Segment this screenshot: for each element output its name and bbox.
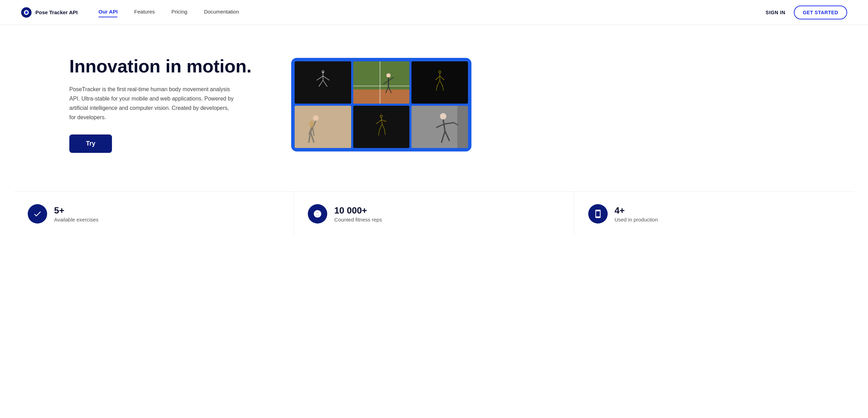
stat-reps-number: 10 000+	[334, 205, 382, 216]
stat-production-number: 4+	[615, 205, 658, 216]
nav-pricing[interactable]: Pricing	[172, 9, 188, 16]
navbar: Pose Tracker API Our API Features Pricin…	[0, 0, 868, 25]
svg-rect-11	[353, 89, 410, 104]
svg-line-41	[381, 117, 382, 124]
hero-content: Innovation in motion. PoseTracker is the…	[69, 56, 263, 153]
stat-exercises-number: 5+	[54, 205, 98, 216]
svg-line-42	[377, 120, 382, 123]
grid-cell-6	[411, 106, 468, 148]
stat-exercises-text: 5+ Available exercises	[54, 205, 98, 223]
svg-line-5	[319, 80, 323, 87]
stat-production-text: 4+ Used in production	[615, 205, 658, 223]
svg-line-46	[379, 130, 380, 136]
grid-cell-1	[295, 61, 351, 104]
svg-line-23	[440, 76, 444, 80]
svg-point-52	[440, 113, 446, 119]
logo[interactable]: Pose Tracker API	[21, 7, 78, 18]
svg-line-22	[436, 76, 440, 80]
stat-exercises: 5+ Available exercises	[14, 192, 294, 236]
hero-title: Innovation in motion.	[69, 56, 263, 76]
svg-point-40	[380, 115, 382, 117]
svg-point-28	[435, 79, 436, 80]
stats-bar: 5+ Available exercises 10 000+ Counted f…	[14, 191, 854, 236]
svg-line-7	[316, 76, 323, 80]
sign-in-button[interactable]: SIGN IN	[766, 10, 785, 15]
try-button[interactable]: Try	[69, 134, 112, 153]
grid-cell-4	[295, 106, 351, 148]
rocket-icon-circle	[308, 204, 327, 224]
grid-cell-5	[353, 106, 410, 148]
svg-rect-51	[457, 106, 468, 148]
svg-point-2	[25, 11, 28, 14]
svg-point-29	[443, 79, 444, 80]
phone-icon-circle	[588, 204, 608, 224]
svg-line-24	[437, 81, 440, 86]
svg-point-14	[386, 73, 390, 78]
svg-point-20	[439, 71, 441, 73]
hero-section: Innovation in motion. PoseTracker is the…	[0, 25, 868, 191]
check-icon	[33, 209, 42, 218]
nav-our-api[interactable]: Our API	[98, 9, 118, 16]
svg-point-3	[24, 12, 25, 13]
svg-line-44	[380, 124, 382, 130]
check-icon-circle	[28, 204, 47, 224]
nav-actions: SIGN IN GET STARTED	[766, 6, 847, 19]
svg-point-33	[313, 115, 319, 121]
svg-line-27	[442, 86, 443, 90]
phone-icon	[593, 209, 602, 218]
svg-rect-12	[380, 61, 380, 104]
svg-point-39	[310, 121, 314, 128]
svg-line-8	[323, 76, 329, 80]
svg-line-43	[382, 120, 386, 121]
svg-point-31	[442, 86, 443, 86]
nav-features[interactable]: Features	[134, 9, 155, 16]
get-started-button[interactable]: GET STARTED	[794, 6, 847, 19]
stat-reps: 10 000+ Counted fitness reps	[294, 192, 574, 236]
svg-rect-32	[295, 106, 351, 148]
svg-point-49	[385, 121, 386, 122]
nav-links: Our API Features Pricing Documentation	[98, 9, 766, 16]
svg-point-48	[376, 123, 377, 124]
stat-exercises-label: Available exercises	[54, 217, 98, 223]
stat-reps-text: 10 000+ Counted fitness reps	[334, 205, 382, 223]
rocket-icon	[313, 209, 322, 218]
nav-documentation[interactable]: Documentation	[204, 9, 239, 16]
svg-line-26	[436, 86, 437, 90]
grid-container	[291, 58, 471, 151]
svg-line-45	[382, 124, 385, 130]
hero-description: PoseTracker is the first real-time human…	[69, 85, 236, 122]
grid-cell-2	[353, 61, 410, 104]
hero-image-grid	[291, 58, 471, 151]
svg-point-30	[437, 86, 437, 86]
logo-text: Pose Tracker API	[35, 9, 78, 15]
grid-cell-3	[411, 61, 468, 104]
stat-reps-label: Counted fitness reps	[334, 217, 382, 223]
svg-line-25	[440, 81, 443, 86]
svg-line-6	[323, 80, 327, 87]
stat-production: 4+ Used in production	[574, 192, 854, 236]
svg-line-47	[384, 130, 385, 135]
stat-production-label: Used in production	[615, 217, 658, 223]
